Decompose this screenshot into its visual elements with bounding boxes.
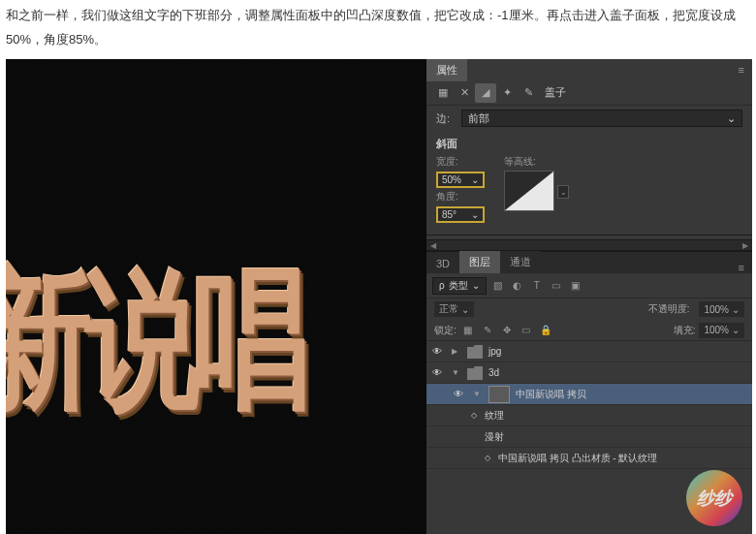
lock-fill-row: 锁定: ▦ ✎ ✥ ▭ 🔒 填充: 100%⌄ [426,320,752,341]
layer-name: 纹理 [485,409,504,423]
opacity-label: 不透明度: [648,302,690,316]
brush-icon[interactable]: ✎ [518,83,539,103]
tab-layers[interactable]: 图层 [459,251,500,273]
angle-label: 角度: [436,190,485,204]
panel-menu-icon[interactable]: ≡ [731,64,752,76]
lock-label: 锁定: [434,324,457,337]
chevron-down-icon: ⌄ [471,209,479,220]
fill-select[interactable]: 100%⌄ [699,323,744,338]
properties-panel: 属性 ≡ ▦ ✕ ◢ ✦ ✎ 盖子 边: 前部 ⌄ 斜面 宽度 [426,59,752,252]
layer-default-texture[interactable]: ◇ 中国新说唱 拷贝 凸出材质 - 默认纹理 [426,448,752,469]
layer-diffuse[interactable]: 漫射 [426,426,752,448]
lock-pixels-icon[interactable]: ▦ [460,323,476,338]
layer-folder-jpg[interactable]: 👁 ▶ jpg [426,341,752,362]
deform-icon[interactable]: ✕ [454,83,475,103]
right-panels: 属性 ≡ ▦ ✕ ◢ ✦ ✎ 盖子 边: 前部 ⌄ 斜面 宽度 [426,59,752,534]
cap-icon[interactable]: ◢ [475,83,496,103]
side-label: 边: [436,111,454,126]
visibility-icon[interactable]: 👁 [454,389,467,399]
side-select[interactable]: 前部 ⌄ [461,110,742,127]
side-value: 前部 [468,111,489,126]
bullet-icon: ◇ [485,454,490,462]
properties-tab[interactable]: 属性 [426,59,467,81]
scroll-right-icon[interactable]: ▶ [739,241,752,250]
chevron-down-icon: ⌄ [471,174,479,185]
scroll-left-icon[interactable]: ◀ [426,241,440,250]
blend-opacity-row: 正常⌄ 不透明度: 100%⌄ [426,298,752,320]
photoshop-app: 新说唱 属性 ≡ ▦ ✕ ◢ ✦ ✎ 盖子 边: 前部 ⌄ [6,59,752,534]
chevron-down-icon: ⌄ [732,304,740,315]
width-label: 宽度: [436,155,485,169]
folder-icon [467,366,483,380]
contour-area: 等高线: ⌄ [504,155,554,223]
contour-dropdown[interactable]: ⌄ [557,185,569,199]
layer-name: 中国新说唱 拷贝 [516,388,586,401]
angle-input[interactable]: 85° ⌄ [436,206,485,223]
bevel-section-title: 斜面 [426,131,752,153]
layer-name: 漫射 [485,430,504,444]
layer-name: jpg [488,346,501,357]
filter-type-select[interactable]: ρ类型⌄ [432,277,487,295]
h-scrollbar[interactable]: ◀ ▶ [426,239,752,251]
layer-folder-3d[interactable]: 👁 ▼ 3d [426,362,752,384]
filter-adjust-icon[interactable]: ◐ [510,278,525,294]
chevron-down-icon: ⌄ [472,280,480,291]
filter-text-icon[interactable]: T [529,278,545,294]
filter-pixel-icon[interactable]: ▧ [490,278,506,294]
lock-all-icon[interactable]: 🔒 [538,323,553,338]
watermark-badge: 纱纱 [686,470,742,526]
blend-mode-select[interactable]: 正常⌄ [434,301,474,317]
divider [426,235,752,236]
chevron-down-icon: ⌄ [461,304,469,315]
bevel-controls: 宽度: 50% ⌄ 角度: 85° ⌄ 等高线: ⌄ [426,153,752,231]
mesh-icon[interactable]: ▦ [432,83,454,103]
layer-name: 中国新说唱 拷贝 凸出材质 - 默认纹理 [498,452,657,465]
filter-shape-icon[interactable]: ▭ [549,278,564,294]
lock-brush-icon[interactable]: ✎ [480,323,495,338]
disclosure-icon[interactable]: ▶ [452,347,461,356]
chevron-down-icon: ⌄ [732,325,740,335]
layer-name: 3d [488,367,499,378]
properties-mode-icons: ▦ ✕ ◢ ✦ ✎ 盖子 [426,80,752,106]
disclosure-icon[interactable]: ▼ [473,390,483,398]
properties-header: 属性 ≡ [426,59,752,80]
3d-text-artwork: 新说唱 [6,239,302,445]
layer-texture-group[interactable]: ◇ 纹理 [426,405,752,426]
layer-panel-tabs: 3D 图层 通道 ≡ [426,252,752,273]
fill-label: 填充: [674,324,696,337]
bullet-icon: ◇ [471,411,477,420]
chevron-down-icon: ⌄ [727,112,736,125]
visibility-icon[interactable]: 👁 [432,346,446,357]
layer-filter-toolbar: ρ类型⌄ ▧ ◐ T ▭ ▣ [426,273,752,298]
lock-artboard-icon[interactable]: ▭ [519,323,534,338]
filter-smart-icon[interactable]: ▣ [568,278,583,294]
disclosure-icon[interactable]: ▼ [452,368,461,377]
width-input[interactable]: 50% ⌄ [436,172,485,188]
canvas-area[interactable]: 新说唱 [6,59,426,534]
contour-preview[interactable]: ⌄ [504,171,554,211]
instruction-text: 和之前一样，我们做这组文字的下班部分，调整属性面板中的凹凸深度数值，把它改成：-… [0,0,756,55]
tab-channels[interactable]: 通道 [500,251,541,273]
tab-3d[interactable]: 3D [426,254,459,273]
layers-menu-icon[interactable]: ≡ [731,262,752,273]
contour-label: 等高线: [504,155,536,169]
layer-3d-text[interactable]: 👁 ▼ 中国新说唱 拷贝 [426,384,752,405]
cap-label: 盖子 [545,85,566,100]
angle-value: 85° [442,209,457,220]
lock-position-icon[interactable]: ✥ [499,323,515,338]
layer-thumbnail [488,386,510,403]
width-value: 50% [442,174,461,185]
bevel-inputs: 宽度: 50% ⌄ 角度: 85° ⌄ [436,155,485,223]
visibility-icon[interactable]: 👁 [432,367,446,378]
side-row: 边: 前部 ⌄ [426,106,752,131]
opacity-select[interactable]: 100%⌄ [699,301,744,317]
folder-icon [467,345,483,359]
coord-icon[interactable]: ✦ [496,83,518,103]
